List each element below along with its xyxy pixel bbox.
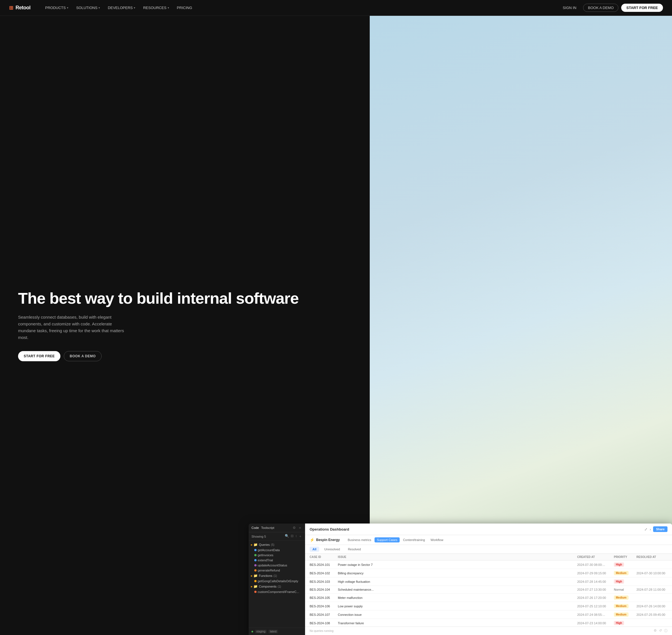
lightning-icon: ⚡ [310, 538, 315, 542]
components-count: (1) [278, 585, 281, 588]
cell-priority: Medium [614, 612, 636, 617]
priority-badge: High [614, 579, 624, 584]
filter-resolved[interactable]: Resolved [345, 547, 364, 552]
nav-actions: SIGN IN BOOK A DEMO START FOR FREE [559, 4, 663, 12]
priority-badge: High [614, 563, 624, 567]
nav-business-metrics[interactable]: Business metrics [345, 538, 373, 543]
cell-case-id: BES-2024-104 [310, 588, 338, 591]
function-dot [254, 580, 257, 582]
functions-folder[interactable]: ▸ 📁 Functions (1) [248, 573, 305, 578]
folder-icon: ▸ 📁 [251, 543, 258, 547]
query-item-getAccountData[interactable]: getAccountData [248, 548, 305, 553]
expand-icon[interactable]: ⤢ [644, 527, 647, 531]
table-row[interactable]: BES-2024-106 Low power supply 2024-07-25… [305, 602, 672, 610]
component-item-customComponent[interactable]: customComponent/iFrameC... [248, 589, 305, 594]
collapse-icon[interactable]: « [298, 526, 302, 530]
nav-support-cases[interactable]: Support Cases [374, 538, 399, 543]
queries-folder-label: Queries [259, 543, 270, 546]
nav-content-training[interactable]: Content/training [401, 538, 427, 543]
cell-issue: High voltage fluctuation [338, 580, 577, 583]
component-label: customComponent/iFrameC... [258, 590, 299, 593]
query-item-extendTrial[interactable]: extendTrial [248, 558, 305, 563]
query-dot [254, 569, 257, 571]
dashboard-panel: Operations Dashboard ⤢ › Share ⚡ Bespin … [305, 524, 672, 635]
cell-priority: High [614, 621, 636, 625]
cell-priority: Medium [614, 571, 636, 575]
logo[interactable]: ⊞ Retool [9, 5, 30, 11]
hero-book-demo-button[interactable]: BOOK A DEMO [64, 351, 102, 361]
filter-bar: All Unresolved Resolved [305, 545, 672, 554]
next-icon[interactable]: › [650, 527, 651, 531]
brand-bar: ⚡ Bespin Energy Business metrics Support… [305, 535, 672, 545]
code-panel-tree: ▸ 📁 Queries (5) getAccountData getInvoic… [248, 541, 305, 628]
folder-icon: ▸ 📁 [251, 574, 258, 578]
settings-icon[interactable]: ⚙ [292, 526, 296, 530]
table-row[interactable]: BES-2024-102 Billing discrepancy 2024-07… [305, 569, 672, 577]
filter-unresolved[interactable]: Unresolved [322, 547, 343, 552]
settings-icon[interactable]: ⚙ [654, 629, 657, 633]
signin-button[interactable]: SIGN IN [559, 4, 580, 12]
retool-logo-icon: ⊞ [9, 5, 13, 11]
cell-resolved: 2024-07-25 09:45:00 [636, 613, 668, 616]
nav-solutions[interactable]: SOLUTIONS ▾ [73, 4, 103, 12]
cell-case-id: BES-2024-102 [310, 571, 338, 575]
code-panel-toolbar: Showing 5 🔍 ⊟ ↕ ＋ [248, 532, 305, 541]
book-demo-button[interactable]: BOOK A DEMO [583, 4, 619, 12]
component-dot [254, 591, 257, 593]
query-item-updateAccountStatus[interactable]: updateAccountStatus [248, 563, 305, 568]
queries-folder[interactable]: ▸ 📁 Queries (5) [248, 542, 305, 548]
cell-resolved: 2024-07-26 14:00:00 [636, 605, 668, 608]
cell-issue: Meter malfunction [338, 596, 577, 599]
tab-code[interactable]: Code [252, 526, 259, 529]
code-panel-header: Code Toolscript ⚙ « [248, 524, 305, 532]
brand-name: Bespin Energy [316, 538, 340, 542]
query-item-getInvoices[interactable]: getInvoices [248, 553, 305, 558]
hero-start-free-button[interactable]: START FOR FREE [18, 351, 60, 361]
filter-all[interactable]: All [310, 547, 319, 552]
table-row[interactable]: BES-2024-101 Power outage in Sector 7 20… [305, 561, 672, 569]
cell-resolved: 2024-07-30 10:00:00 [636, 571, 668, 575]
chevron-down-icon: ▾ [67, 6, 68, 9]
cell-created: 2024-07-25 12:10:00 [577, 605, 614, 608]
function-item-getGongCalls[interactable]: getGongCallsDetailsOrEmpty [248, 578, 305, 584]
cell-case-id: BES-2024-108 [310, 621, 338, 625]
query-item-generateRefund[interactable]: generateRefund [248, 568, 305, 573]
table-row[interactable]: BES-2024-104 Scheduled maintenance... 20… [305, 586, 672, 593]
components-folder[interactable]: ▸ 📁 Components (1) [248, 584, 305, 589]
showing-count: Showing 5 [252, 535, 266, 538]
priority-badge: Medium [614, 612, 629, 617]
query-label: generateRefund [258, 569, 280, 572]
table-row[interactable]: BES-2024-108 Transformer failure 2024-07… [305, 619, 672, 627]
queries-count: (5) [271, 543, 274, 546]
nav-products[interactable]: PRODUCTS ▾ [42, 4, 72, 12]
filter-icon[interactable]: ⊟ [291, 534, 294, 539]
tab-toolscript[interactable]: Toolscript [261, 526, 274, 529]
query-dot [254, 559, 257, 561]
query-label: getInvoices [258, 553, 274, 557]
col-issue: Issue [338, 555, 577, 559]
query-label: updateAccountStatus [258, 564, 287, 567]
add-icon[interactable]: ＋ [299, 534, 302, 539]
share-button[interactable]: Share [653, 526, 668, 532]
refresh-icon[interactable]: ↺ [659, 629, 662, 633]
info-icon[interactable]: ⓘ [664, 629, 668, 633]
functions-count: (1) [274, 574, 277, 577]
nav-developers[interactable]: DEVELOPERS ▾ [104, 4, 138, 12]
cell-created: 2024-07-30 08:00:... [577, 563, 614, 566]
table-row[interactable]: BES-2024-103 High voltage fluctuation 20… [305, 577, 672, 586]
priority-badge: Medium [614, 604, 629, 608]
table-row[interactable]: BES-2024-105 Meter malfunction 2024-07-2… [305, 593, 672, 602]
function-label: getGongCallsDetailsOrEmpty [258, 579, 298, 583]
search-icon[interactable]: 🔍 [285, 534, 289, 539]
start-free-button[interactable]: START FOR FREE [621, 4, 663, 12]
cell-issue: Billing discrepancy [338, 571, 577, 575]
nav-resources[interactable]: RESOURCES ▾ [140, 4, 172, 12]
nav-workflow[interactable]: Workflow [429, 538, 446, 543]
sort-icon[interactable]: ↕ [295, 534, 297, 539]
cell-created: 2024-07-27 13:30:00 [577, 588, 614, 591]
table-row[interactable]: BES-2024-107 Connection issue 2024-07-24… [305, 610, 672, 619]
footer-icons: ⚙ ↺ ⓘ [654, 629, 668, 633]
nav-pricing[interactable]: PRICING [174, 4, 196, 12]
dashboard-footer: No queries running ⚙ ↺ ⓘ [305, 627, 672, 635]
cell-priority: Normal [614, 588, 636, 591]
